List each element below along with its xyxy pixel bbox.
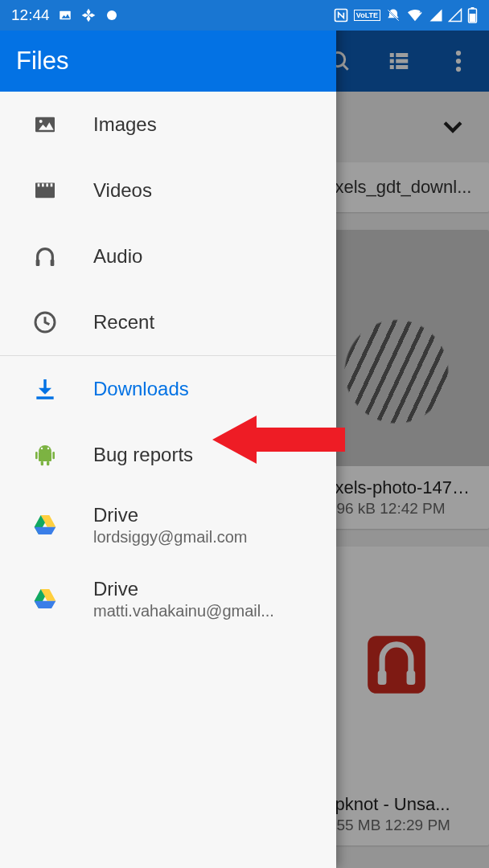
drawer-label: Drive [93,504,247,526]
svg-rect-32 [47,461,49,465]
wifi-icon: x [406,8,424,23]
drawer-item-recent[interactable]: Recent [0,289,336,355]
image-icon [31,110,60,139]
svg-point-33 [41,448,43,449]
drawer-label: Bug reports [93,444,193,466]
svg-rect-27 [36,396,53,399]
android-icon [31,440,60,469]
recent-icon [31,308,60,337]
svg-marker-40 [35,601,56,608]
svg-rect-19 [38,183,40,186]
drawer-sublabel: matti.vahakainu@gmail... [93,602,274,620]
svg-rect-21 [46,183,48,186]
signal-icon-2 [448,8,462,23]
svg-point-34 [47,448,49,449]
drawer-label: Videos [93,179,152,202]
drawer-item-drive-1[interactable]: Drive lordsiggy@gmail.com [0,488,336,562]
gallery-status-icon [58,8,72,23]
drawer-label: Images [93,113,157,136]
drawer-item-images[interactable]: Images [0,92,336,158]
svg-rect-24 [51,260,55,266]
status-time: 12:44 [11,6,50,24]
drive-icon [31,584,60,613]
nfc-icon [333,7,349,23]
svg-marker-48 [430,10,442,22]
signal-icon [429,8,443,23]
svg-rect-30 [52,452,55,459]
drawer-item-audio[interactable]: Audio [0,223,336,289]
svg-rect-52 [470,14,476,22]
drawer-title: Files [0,31,336,92]
svg-rect-31 [41,461,43,465]
audio-icon [31,242,60,271]
drawer-label: Drive [93,578,274,600]
svg-marker-26 [39,388,51,395]
svg-rect-51 [471,7,475,9]
drawer-sublabel: lordsiggy@gmail.com [93,528,247,547]
drawer-item-videos[interactable]: Videos [0,158,336,223]
drawer-label: Audio [93,245,142,268]
drawer-label: Downloads [93,378,189,400]
circle-status-icon [105,8,119,23]
dnd-icon [385,7,401,23]
svg-text:x: x [419,8,422,14]
svg-point-16 [39,120,43,123]
photos-status-icon [80,7,97,23]
drawer-item-drive-2[interactable]: Drive matti.vahakainu@gmail... [0,562,336,636]
drive-icon [31,510,60,539]
download-icon [31,375,60,403]
svg-rect-22 [51,183,53,186]
annotation-arrow [212,411,349,471]
svg-marker-53 [212,416,345,464]
battery-icon [467,7,478,23]
svg-rect-28 [39,452,51,461]
svg-marker-49 [450,10,462,22]
svg-marker-37 [35,527,56,534]
svg-point-43 [107,10,117,20]
svg-rect-23 [36,260,40,266]
svg-rect-29 [35,452,38,459]
status-bar: 12:44 VoLTE x [0,0,489,31]
video-icon [31,176,60,205]
svg-rect-20 [42,183,44,186]
drawer-label: Recent [93,311,154,334]
volte-icon: VoLTE [354,10,380,21]
